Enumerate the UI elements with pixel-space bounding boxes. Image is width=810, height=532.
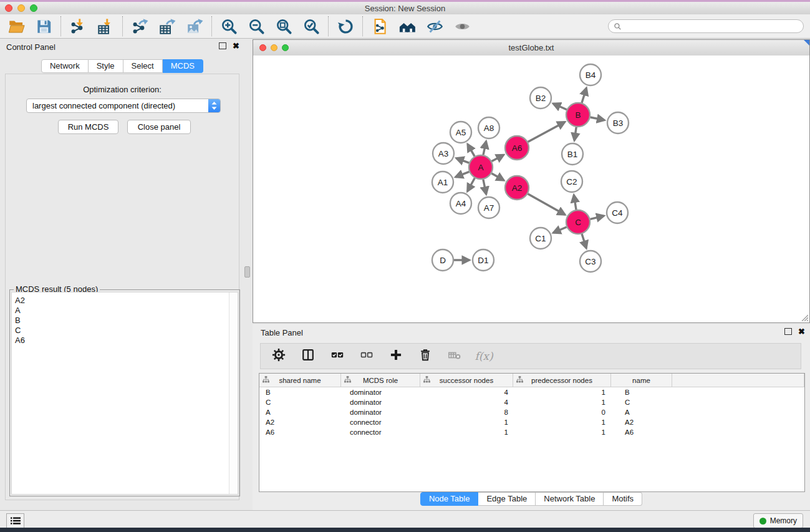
table-row[interactable]: Adominator80A xyxy=(259,407,804,417)
svg-text:B4: B4 xyxy=(586,70,596,80)
tab-style[interactable]: Style xyxy=(89,59,123,73)
graph-node-A3[interactable]: A3 xyxy=(433,143,454,164)
export-image-button[interactable] xyxy=(185,17,205,36)
graph-node-B3[interactable]: B3 xyxy=(607,112,629,133)
search-input[interactable] xyxy=(622,21,798,31)
home-button[interactable] xyxy=(397,17,417,36)
mcds-result-item[interactable]: C xyxy=(15,326,228,336)
export-table-button[interactable] xyxy=(157,17,177,36)
node-table: shared nameMCDS rolesuccessor nodesprede… xyxy=(259,373,805,492)
add-column-button[interactable] xyxy=(388,349,403,364)
table-cell: A xyxy=(259,407,341,417)
column-header-shared-name[interactable]: shared name xyxy=(259,374,341,387)
select-all-button[interactable] xyxy=(330,349,345,364)
mcds-result-item[interactable]: A2 xyxy=(15,296,228,306)
graph-edge-A-A5 xyxy=(468,144,475,157)
graph-node-C[interactable]: C xyxy=(566,210,590,234)
svg-text:A4: A4 xyxy=(456,199,466,208)
close-panel-button[interactable]: Close panel xyxy=(127,120,191,134)
column-header-mcds-role[interactable]: MCDS role xyxy=(341,374,420,387)
list-icon xyxy=(11,516,21,525)
graph-node-A[interactable]: A xyxy=(469,155,493,179)
graph-node-B[interactable]: B xyxy=(566,103,590,127)
settings-button[interactable] xyxy=(271,349,286,364)
add-column-icon xyxy=(389,348,403,364)
zoom-out-button[interactable] xyxy=(246,17,266,36)
graph-node-A8[interactable]: A8 xyxy=(478,117,499,138)
mcds-panel: Optimization criterion: largest connecte… xyxy=(5,74,239,500)
graph-node-A5[interactable]: A5 xyxy=(450,122,471,143)
save-session-button[interactable] xyxy=(34,17,54,36)
column-header-predecessor-nodes[interactable]: predecessor nodes xyxy=(513,374,611,387)
svg-text:A6: A6 xyxy=(512,143,523,153)
export-network-button[interactable] xyxy=(130,17,150,36)
search-field[interactable] xyxy=(608,19,804,33)
tab-motifs[interactable]: Motifs xyxy=(604,492,642,506)
resize-grip-icon[interactable] xyxy=(800,313,808,321)
split-view-button[interactable] xyxy=(301,349,316,364)
graph-node-C2[interactable]: C2 xyxy=(561,171,582,192)
memory-button[interactable]: Memory xyxy=(753,513,803,528)
apply-layout-button[interactable] xyxy=(335,17,355,36)
tab-network-table[interactable]: Network Table xyxy=(536,492,604,506)
optimization-criterion-select[interactable]: largest connected component (directed) xyxy=(26,99,221,113)
tab-select[interactable]: Select xyxy=(123,59,163,73)
graph-node-A2[interactable]: A2 xyxy=(505,176,529,200)
import-table-button[interactable] xyxy=(95,17,115,36)
graph-node-C4[interactable]: C4 xyxy=(607,202,628,223)
table-row[interactable]: Bdominator41B xyxy=(259,387,804,397)
graph-node-B1[interactable]: B1 xyxy=(562,143,583,165)
tab-node-table[interactable]: Node Table xyxy=(420,492,479,506)
svg-text:A5: A5 xyxy=(456,128,466,137)
main-titlebar: Session: New Session xyxy=(0,2,810,15)
run-mcds-button[interactable]: Run MCDS xyxy=(58,120,118,134)
open-file-button[interactable] xyxy=(6,17,26,36)
mcds-result-item[interactable]: A xyxy=(15,306,228,316)
table-row[interactable]: A2connector11A2 xyxy=(259,417,804,427)
graph-node-D1[interactable]: D1 xyxy=(473,249,494,271)
mcds-result-item[interactable]: A6 xyxy=(15,336,228,346)
panel-divider-grip[interactable] xyxy=(244,266,250,278)
status-bar: Memory xyxy=(0,510,810,528)
graph-node-C1[interactable]: C1 xyxy=(530,228,551,249)
column-header-name[interactable]: name xyxy=(611,374,672,387)
table-row[interactable]: Cdominator41C xyxy=(259,397,804,407)
tab-network[interactable]: Network xyxy=(41,59,89,73)
new-network-button[interactable] xyxy=(370,17,390,36)
table-row[interactable]: A6connector11A6 xyxy=(259,427,804,437)
graph-node-A6[interactable]: A6 xyxy=(505,136,529,160)
result-scrollbar[interactable] xyxy=(229,293,238,494)
tab-edge-table[interactable]: Edge Table xyxy=(478,492,536,506)
table-cell: A xyxy=(611,407,672,417)
tab-mcds[interactable]: MCDS xyxy=(163,59,203,73)
graph-node-A1[interactable]: A1 xyxy=(432,172,453,193)
zoom-fit-button[interactable] xyxy=(274,17,294,36)
new-network-icon xyxy=(372,18,388,35)
svg-text:B: B xyxy=(575,110,581,120)
network-canvas[interactable]: B4B2BB3A8A5A6A3B1AA1C2A2A4A7C4CC1C3DD1 xyxy=(253,56,809,322)
mcds-result-item[interactable]: B xyxy=(15,316,228,326)
graph-edge-A6-B xyxy=(528,122,565,142)
import-network-button[interactable] xyxy=(68,17,88,36)
float-panel-icon[interactable] xyxy=(219,42,226,49)
zoom-in-button[interactable] xyxy=(219,17,239,36)
show-panel-button[interactable] xyxy=(452,17,472,36)
graph-node-B4[interactable]: B4 xyxy=(580,64,601,85)
float-table-panel-icon[interactable] xyxy=(784,328,792,335)
close-panel-icon[interactable]: ✖ xyxy=(233,43,239,49)
graph-node-C3[interactable]: C3 xyxy=(580,251,601,272)
close-table-panel-icon[interactable]: ✖ xyxy=(798,329,805,335)
graph-node-A4[interactable]: A4 xyxy=(450,193,471,214)
table-toolbar: f(x) xyxy=(260,343,801,369)
graph-node-A7[interactable]: A7 xyxy=(478,197,499,218)
network-window-titlebar[interactable]: testGlobe.txt xyxy=(253,40,809,56)
graph-node-D[interactable]: D xyxy=(432,249,453,271)
column-header-successor-nodes[interactable]: successor nodes xyxy=(420,374,513,387)
zoom-selected-button[interactable] xyxy=(301,17,321,36)
deselect-all-button[interactable] xyxy=(359,349,374,364)
hide-panel-button[interactable] xyxy=(425,17,445,36)
task-history-button[interactable] xyxy=(6,513,24,528)
hide-panel-icon xyxy=(427,18,443,35)
delete-column-button[interactable] xyxy=(418,349,433,364)
graph-node-B2[interactable]: B2 xyxy=(530,87,551,109)
